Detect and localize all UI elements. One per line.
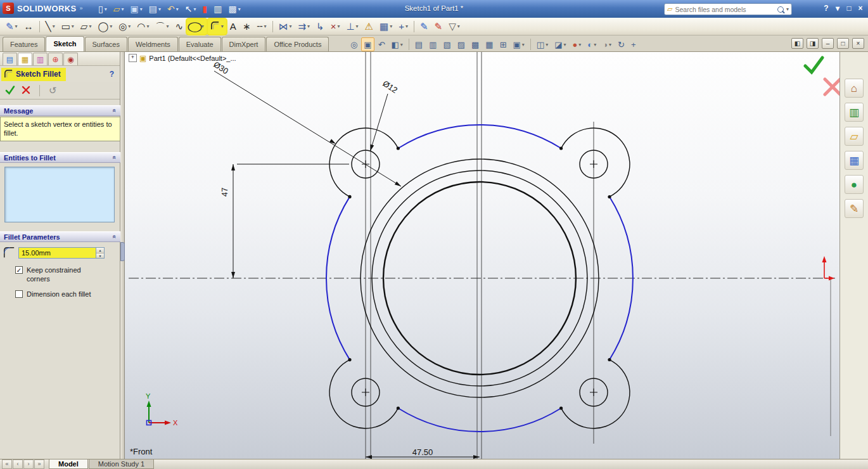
help-icon[interactable]: ?	[821, 3, 831, 14]
sketch-fillet-icon-caret[interactable]: ▾	[221, 23, 224, 29]
rewind-icon[interactable]: «	[2, 459, 12, 469]
entities-to-fillet-listbox[interactable]	[4, 167, 115, 222]
apply-scene-icon[interactable]: ◐▾	[585, 37, 599, 51]
right-view-icon[interactable]: ▦	[483, 37, 495, 51]
search-input[interactable]	[675, 6, 775, 13]
open-document-icon-caret[interactable]: ▾	[122, 6, 124, 12]
keep-constrained-checkbox[interactable]: ✓	[15, 266, 23, 274]
sketch-tool-icon-caret[interactable]: ▾	[15, 23, 18, 29]
trim-entities-icon-caret[interactable]: ▾	[337, 23, 340, 29]
point-icon[interactable]: ∗	[240, 19, 253, 34]
dimension-lines[interactable]	[214, 71, 480, 457]
solidworks-resources-icon[interactable]: ●	[845, 175, 864, 194]
message-group-header[interactable]: Message «	[0, 105, 120, 116]
smart-dimension-icon[interactable]: ↔	[22, 19, 36, 34]
centerpoint-arc-icon[interactable]: ◠▾	[134, 19, 151, 34]
corner-rectangle-icon[interactable]: ▭▾	[59, 19, 77, 34]
mirror-entities-icon-caret[interactable]: ▾	[290, 23, 292, 29]
tab-motion-study-1[interactable]: Motion Study 1	[89, 459, 154, 469]
linear-pattern-icon[interactable]: ▦▾	[377, 19, 395, 34]
centerline-icon-caret[interactable]: ▾	[264, 23, 266, 29]
fast-forward-icon[interactable]: »	[34, 459, 44, 469]
sketch-fillet-icon[interactable]: ▾	[208, 19, 226, 34]
front-view-icon[interactable]: ▤	[412, 37, 425, 51]
options-icon[interactable]: ▩▾	[226, 2, 243, 16]
select-cursor-icon[interactable]: ↖▾	[182, 2, 199, 16]
spinner-down-button[interactable]: ▾	[96, 254, 104, 259]
help-caret-icon[interactable]: ▾	[833, 3, 843, 14]
centerpoint-arc-icon-caret[interactable]: ▾	[146, 23, 149, 29]
hide-show-items-icon[interactable]: ◪▾	[552, 37, 568, 51]
collapse-chevron-icon[interactable]: «	[112, 109, 118, 113]
pan-icon[interactable]: +	[629, 37, 639, 51]
tree-expand-icon[interactable]: +	[129, 54, 137, 62]
help-button[interactable]: ?	[110, 70, 114, 79]
dimension-47[interactable]: 47	[220, 188, 229, 196]
collapse-chevron-icon[interactable]: «	[112, 235, 118, 239]
view-orientation-icon-caret[interactable]: ▾	[522, 42, 525, 48]
line-icon[interactable]: ╲▾	[43, 19, 58, 34]
undo-fillet-button[interactable]: ↺	[49, 85, 57, 96]
save-icon[interactable]: ▣▾	[128, 2, 145, 16]
dimxpertmanager-tab-icon[interactable]: ⊕	[48, 53, 63, 65]
left-view-icon[interactable]: ▩	[469, 37, 482, 51]
fillet-radius-input[interactable]: 15.00mm	[18, 247, 96, 259]
rebuild-stoplight-icon[interactable]: ▮	[200, 2, 210, 16]
close-document-icon[interactable]: ×	[852, 38, 864, 49]
tab-dimxpert[interactable]: DimXpert	[222, 37, 266, 51]
tab-sketch[interactable]: Sketch	[46, 36, 84, 51]
ok-button[interactable]	[5, 85, 15, 96]
file-explorer-icon[interactable]: ▱	[845, 127, 864, 146]
dimension-each-fillet-checkbox[interactable]	[15, 290, 23, 298]
display-relations-icon[interactable]: ⊥▾	[343, 19, 361, 34]
rotate-view-icon[interactable]: ↻	[615, 37, 627, 51]
section-view-icon-caret[interactable]: ▾	[400, 42, 403, 48]
view-orientation-icon[interactable]: ▣▾	[511, 37, 527, 51]
select-cursor-icon-caret[interactable]: ▾	[194, 6, 196, 12]
undo-icon-caret[interactable]: ▾	[176, 6, 179, 12]
hide-show-items-icon-caret[interactable]: ▾	[563, 42, 566, 48]
edit-appearance-icon[interactable]: ●▾	[570, 37, 584, 51]
confirm-cancel-x-icon[interactable]	[825, 79, 839, 94]
collapse-chevron-icon[interactable]: «	[112, 156, 118, 160]
dimension-dia12[interactable]: Ø12	[381, 79, 399, 95]
displaymanager-tab-icon[interactable]: ◉	[63, 53, 78, 65]
move-entities-icon-caret[interactable]: ▾	[405, 23, 408, 29]
panel-splitter-handle[interactable]	[120, 242, 125, 261]
search-box[interactable]: ▱ ▾	[664, 3, 792, 15]
entities-group-header[interactable]: Entities to Fillet «	[0, 152, 120, 163]
zoom-to-fit-icon[interactable]: ◎	[348, 37, 360, 51]
apply-scene-icon-caret[interactable]: ▾	[594, 42, 596, 48]
configurationmanager-tab-icon[interactable]: ▥	[33, 53, 48, 65]
restore-document-icon[interactable]: □	[837, 38, 849, 49]
display-relations-icon-caret[interactable]: ▾	[356, 23, 359, 29]
corner-rectangle-icon-caret[interactable]: ▾	[72, 23, 74, 29]
sketch-tool-icon[interactable]: ✎▾	[3, 19, 20, 34]
close-app-icon[interactable]: ×	[855, 3, 865, 14]
back-view-icon[interactable]: ▨	[455, 37, 468, 51]
dimension-4750[interactable]: 47.50	[412, 447, 433, 457]
tab-weldments[interactable]: Weldments	[128, 37, 178, 51]
propertymanager-tab-icon[interactable]: ▦	[18, 53, 32, 65]
new-document-icon[interactable]: ▯▾	[96, 2, 110, 16]
ink-marker-icon[interactable]: ✎	[432, 19, 445, 34]
featuremanager-tab-icon[interactable]: ▤	[3, 53, 17, 65]
graphics-viewport[interactable]: Ø30 Ø12 47 47.50 Y X *Front + ▣	[125, 52, 839, 459]
ink-pen-icon[interactable]: ✎	[418, 19, 431, 34]
trim-entities-icon[interactable]: ×▾	[328, 19, 343, 34]
tangent-arc-icon[interactable]: ⌒▾	[153, 19, 171, 34]
undo-icon[interactable]: ↶▾	[165, 2, 181, 16]
file-properties-icon[interactable]: ▥	[211, 2, 224, 16]
straight-slot-icon-caret[interactable]: ▾	[89, 23, 91, 29]
previous-view-icon[interactable]: ↶	[376, 37, 388, 51]
circle-icon[interactable]: ◯▾	[95, 19, 115, 34]
straight-slot-icon[interactable]: ▱▾	[78, 19, 94, 34]
keep-constrained-checkbox-row[interactable]: ✓ Keep constrained corners	[15, 266, 98, 284]
confirm-ok-check-icon[interactable]	[805, 58, 822, 72]
selection-filter-icon[interactable]: ▽▾	[446, 19, 463, 34]
zoom-to-area-icon[interactable]: ▣	[361, 37, 374, 51]
top-view-icon[interactable]: ▥	[426, 37, 439, 51]
ellipse-icon[interactable]: ◯▾	[187, 19, 207, 34]
move-entities-icon[interactable]: +▾	[396, 19, 411, 34]
search-icon[interactable]	[777, 6, 784, 13]
